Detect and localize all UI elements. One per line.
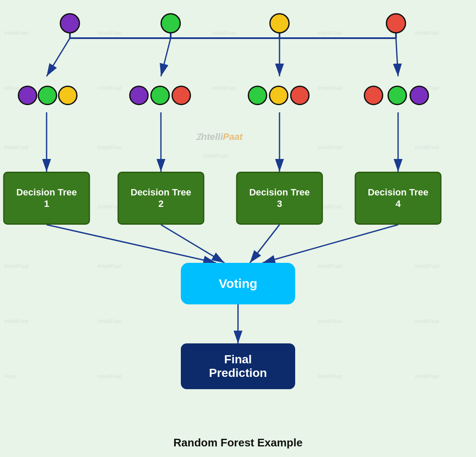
watermark: IntelliPaat xyxy=(318,30,342,36)
watermark: IntelliPaat xyxy=(318,144,342,150)
dt2-label: Decision Tree xyxy=(130,187,191,198)
dt1-circle-purple xyxy=(18,86,37,105)
voting-label: Voting xyxy=(219,276,257,291)
decision-tree-4-box: Decision Tree 4 xyxy=(355,172,442,225)
watermark: IntelliPaat xyxy=(212,30,236,36)
dt4-circle-red xyxy=(364,86,383,105)
watermark: lliPaat xyxy=(4,85,19,91)
final-prediction-box: Final Prediction xyxy=(181,343,295,389)
intellipaat-logo: 𝓘ntelliPaat xyxy=(196,131,243,142)
dt3-circle-green xyxy=(248,86,267,105)
watermark: IntelliPaat xyxy=(4,144,28,150)
dt1-circle-yellow xyxy=(58,86,77,105)
watermark: IntelliPaat xyxy=(318,373,342,379)
svg-line-16 xyxy=(250,225,280,263)
svg-line-17 xyxy=(263,225,398,263)
svg-line-7 xyxy=(161,38,171,76)
watermark: IntelliPaat xyxy=(4,263,28,269)
dt3-label: Decision Tree xyxy=(249,187,310,198)
watermark: IntelliPaat xyxy=(97,318,122,324)
top-circle-yellow xyxy=(269,13,290,33)
watermark: IntelliPaat xyxy=(415,263,439,269)
watermark: IntelliPaat xyxy=(415,30,439,36)
dt4-number: 4 xyxy=(396,198,401,209)
watermark: IntelliPaat xyxy=(318,263,342,269)
decision-tree-2-box: Decision Tree 2 xyxy=(118,172,205,225)
watermark: IntelliPaat xyxy=(415,144,439,150)
dt2-circle-green xyxy=(150,86,170,105)
watermark: IntelliPaat xyxy=(97,85,122,91)
dt1-label: Decision Tree xyxy=(16,187,77,198)
svg-line-15 xyxy=(161,225,224,263)
watermark: IntelliPaat xyxy=(97,263,122,269)
final-prediction-label: Final Prediction xyxy=(209,353,267,380)
svg-line-9 xyxy=(396,38,398,76)
watermark: IntelliPaat xyxy=(212,85,236,91)
dt4-circle-green xyxy=(387,86,407,105)
watermark: IntelliPaat xyxy=(97,373,122,379)
dt4-label: Decision Tree xyxy=(368,187,428,198)
watermark: IntelliPaat xyxy=(318,85,342,91)
dt3-circle-red xyxy=(290,86,310,105)
dt2-circle-red xyxy=(172,86,191,105)
watermark: IntelliPaat xyxy=(97,30,122,36)
bottom-label: Random Forest Example xyxy=(0,436,476,449)
watermark: IntelliPaat xyxy=(4,30,28,36)
watermark: IntelliPaat xyxy=(203,153,227,159)
watermark: IntelliPaat xyxy=(318,318,342,324)
dt2-circle-purple xyxy=(129,86,149,105)
diagram-container: IntelliPaat IntelliPaat IntelliPaat Inte… xyxy=(0,0,476,457)
dt3-number: 3 xyxy=(277,198,282,209)
dt2-number: 2 xyxy=(158,198,163,209)
watermark: IntelliPaat xyxy=(4,318,28,324)
dt4-circle-purple xyxy=(410,86,429,105)
svg-line-14 xyxy=(47,225,216,263)
decision-tree-1-box: Decision Tree 1 xyxy=(3,172,90,225)
top-circle-red xyxy=(386,13,406,33)
svg-line-6 xyxy=(47,38,70,76)
watermark: IntelliPaat xyxy=(97,144,122,150)
watermark: Paat xyxy=(4,373,16,379)
dt1-number: 1 xyxy=(44,198,49,209)
watermark: IntelliPaat xyxy=(415,318,439,324)
decision-tree-3-box: Decision Tree 3 xyxy=(236,172,323,225)
top-circle-green xyxy=(161,13,181,33)
voting-box: Voting xyxy=(181,263,295,304)
dt1-circle-green xyxy=(38,86,57,105)
dt3-circle-yellow xyxy=(269,86,288,105)
watermark: IntelliPaat xyxy=(415,373,439,379)
top-circle-purple xyxy=(60,13,80,33)
